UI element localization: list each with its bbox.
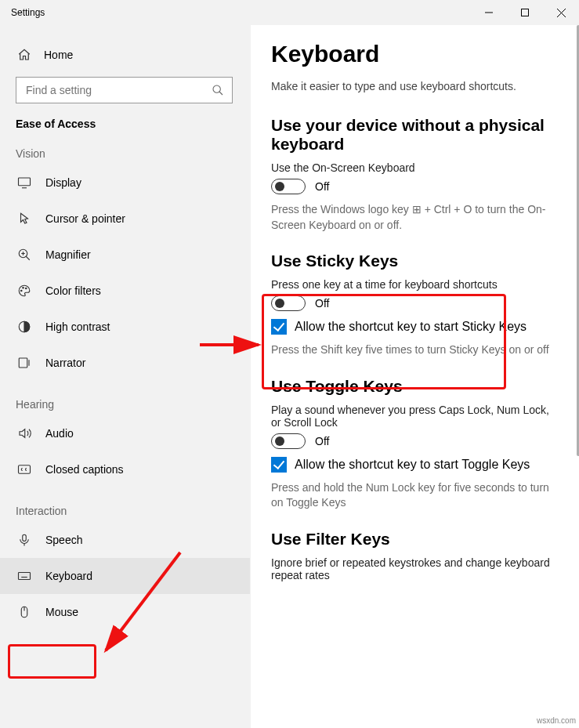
group-vision: Vision <box>0 130 250 165</box>
display-icon <box>17 176 31 190</box>
svg-rect-6 <box>19 178 31 186</box>
sidebar-item-narrator[interactable]: Narrator <box>0 345 250 381</box>
togglekeys-label: Play a sound whenever you press Caps Loc… <box>271 404 553 429</box>
filter-label: Ignore brief or repeated keystrokes and … <box>271 556 553 581</box>
togglekeys-shortcut-label: Allow the shortcut key to start Toggle K… <box>295 458 530 472</box>
sidebar-item-keyboard[interactable]: Keyboard <box>0 558 250 594</box>
cc-icon <box>17 462 31 476</box>
main-content: Keyboard Make it easier to type and use … <box>251 25 579 728</box>
mouse-icon <box>17 605 31 619</box>
sidebar-item-colorfilters[interactable]: Color filters <box>0 273 250 309</box>
sidebar-item-magnifier[interactable]: Magnifier <box>0 237 250 273</box>
sticky-hint: Press the Shift key five times to turn S… <box>271 342 555 358</box>
svg-line-5 <box>219 92 223 95</box>
section-sticky-title: Use Sticky Keys <box>271 252 555 270</box>
svg-rect-17 <box>19 465 31 474</box>
onscreen-hint: Press the Windows logo key ⊞ + Ctrl + O … <box>271 202 555 233</box>
audio-icon <box>17 426 31 440</box>
svg-point-14 <box>26 288 27 289</box>
window-title: Settings <box>11 7 471 18</box>
sticky-state: Off <box>315 297 329 310</box>
togglekeys-state: Off <box>315 435 329 447</box>
home-label: Home <box>44 49 73 61</box>
maximize-button[interactable] <box>507 0 543 25</box>
sticky-label: Press one key at a time for keyboard sho… <box>271 278 555 291</box>
narrator-icon <box>17 356 31 370</box>
svg-point-13 <box>23 288 24 289</box>
search-icon <box>212 84 224 96</box>
togglekeys-shortcut-checkbox[interactable] <box>271 457 287 473</box>
mic-icon <box>17 533 31 547</box>
svg-rect-16 <box>19 358 27 368</box>
svg-line-9 <box>26 256 30 260</box>
magnifier-icon <box>17 248 31 262</box>
titlebar: Settings <box>0 0 579 25</box>
onscreen-state: Off <box>315 180 329 193</box>
sidebar-item-closedcaptions[interactable]: Closed captions <box>0 451 250 487</box>
page-title: Keyboard <box>271 41 555 67</box>
section-toggle-title: Use Toggle Keys <box>271 377 555 396</box>
sidebar-item-highcontrast[interactable]: High contrast <box>0 309 250 345</box>
watermark: wsxdn.com <box>537 716 576 725</box>
svg-rect-1 <box>522 9 529 16</box>
svg-point-12 <box>21 290 23 292</box>
search-box[interactable] <box>16 77 233 103</box>
svg-point-4 <box>213 85 220 92</box>
close-button[interactable] <box>543 0 579 25</box>
cursor-icon <box>17 212 31 226</box>
page-lead: Make it easier to type and use keyboard … <box>271 80 555 92</box>
sidebar-item-speech[interactable]: Speech <box>0 522 250 558</box>
svg-rect-20 <box>19 573 31 580</box>
sidebar-item-audio[interactable]: Audio <box>0 415 250 451</box>
section-filter-title: Use Filter Keys <box>271 530 555 549</box>
onscreen-toggle[interactable] <box>271 179 306 194</box>
home-icon <box>17 48 31 62</box>
home-link[interactable]: Home <box>0 39 250 71</box>
category-label: Ease of Access <box>0 110 250 130</box>
sticky-toggle[interactable] <box>271 295 306 311</box>
contrast-icon <box>17 320 31 334</box>
onscreen-label: Use the On-Screen Keyboard <box>271 161 555 174</box>
search-input[interactable] <box>24 83 212 97</box>
group-hearing: Hearing <box>0 381 250 415</box>
sidebar-item-cursor[interactable]: Cursor & pointer <box>0 201 250 237</box>
keyboard-icon <box>17 569 31 583</box>
togglekeys-hint: Press and hold the Num Lock key for five… <box>271 480 555 511</box>
sidebar-item-mouse[interactable]: Mouse <box>0 594 250 630</box>
sticky-shortcut-label: Allow the shortcut key to start Sticky K… <box>295 320 527 334</box>
minimize-button[interactable] <box>471 0 507 25</box>
sidebar: Home Ease of Access Vision Display Curso… <box>0 25 251 728</box>
svg-rect-18 <box>23 534 27 541</box>
group-interaction: Interaction <box>0 487 250 522</box>
section-onscreen-title: Use your device without a physical keybo… <box>271 116 555 154</box>
sticky-shortcut-checkbox[interactable] <box>271 319 287 335</box>
togglekeys-toggle[interactable] <box>271 433 306 449</box>
sidebar-item-display[interactable]: Display <box>0 165 250 201</box>
palette-icon <box>17 284 31 298</box>
